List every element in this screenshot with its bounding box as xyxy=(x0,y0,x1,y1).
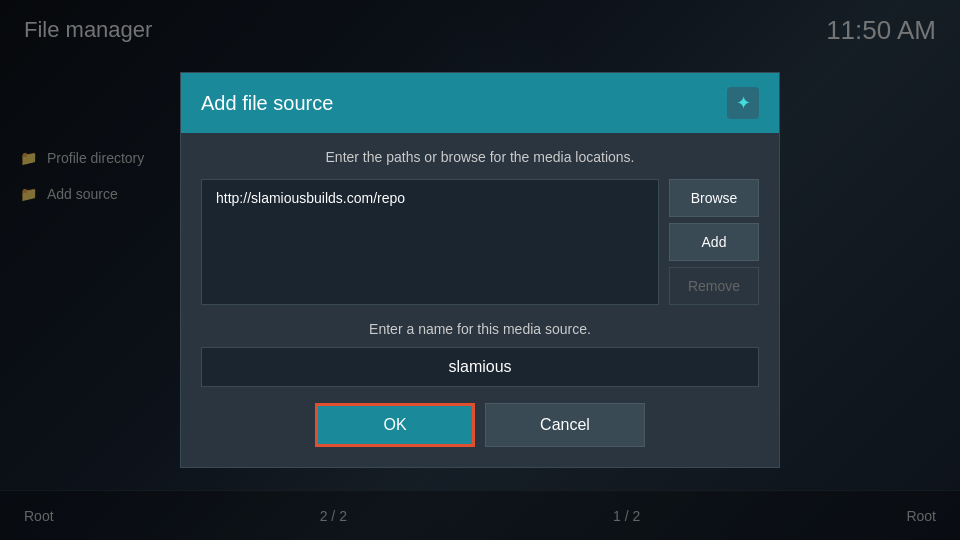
dialog-overlay: Add file source ✦ Enter the paths or bro… xyxy=(0,0,960,540)
cancel-button[interactable]: Cancel xyxy=(485,403,645,447)
dialog-header: Add file source ✦ xyxy=(181,73,779,133)
name-value: slamious xyxy=(448,358,511,375)
remove-button: Remove xyxy=(669,267,759,305)
dialog-title: Add file source xyxy=(201,92,333,115)
dialog-body: Enter the paths or browse for the media … xyxy=(181,133,779,467)
add-file-source-dialog: Add file source ✦ Enter the paths or bro… xyxy=(180,72,780,468)
url-value: http://slamiousbuilds.com/repo xyxy=(216,190,405,206)
instruction-top: Enter the paths or browse for the media … xyxy=(201,149,759,165)
kodi-icon: ✦ xyxy=(727,87,759,119)
ok-button[interactable]: OK xyxy=(315,403,475,447)
url-section: http://slamiousbuilds.com/repo Browse Ad… xyxy=(201,179,759,305)
instruction-bottom: Enter a name for this media source. xyxy=(201,321,759,337)
browse-button[interactable]: Browse xyxy=(669,179,759,217)
action-buttons: OK Cancel xyxy=(201,403,759,451)
add-button[interactable]: Add xyxy=(669,223,759,261)
url-input-area[interactable]: http://slamiousbuilds.com/repo xyxy=(201,179,659,305)
name-input[interactable]: slamious xyxy=(201,347,759,387)
url-buttons: Browse Add Remove xyxy=(669,179,759,305)
